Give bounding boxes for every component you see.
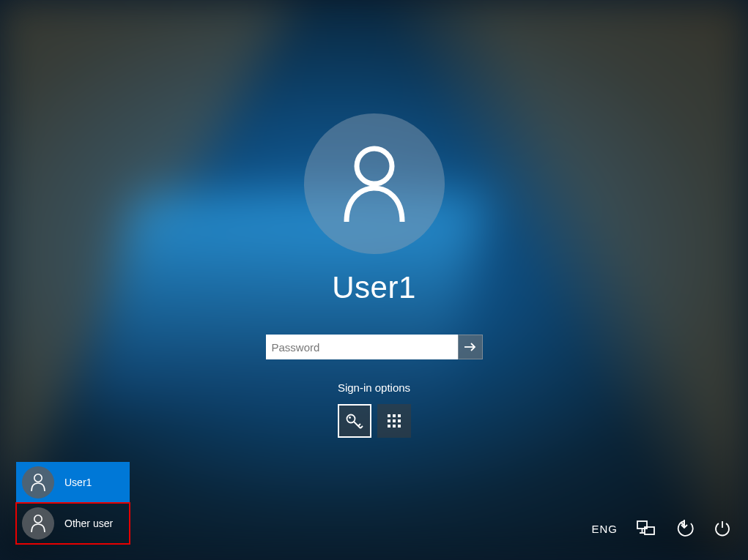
submit-button[interactable] bbox=[458, 335, 483, 359]
arrow-right-icon bbox=[464, 342, 477, 352]
svg-line-5 bbox=[358, 424, 360, 426]
svg-rect-15 bbox=[398, 425, 401, 428]
network-icon bbox=[636, 520, 656, 537]
signin-options-label: Sign-in options bbox=[338, 381, 410, 394]
user-list-item-user1[interactable]: User1 bbox=[16, 462, 130, 503]
svg-rect-7 bbox=[388, 414, 390, 417]
user-list-item-label: Other user bbox=[64, 518, 113, 529]
user-icon bbox=[30, 514, 46, 533]
svg-point-16 bbox=[34, 474, 42, 482]
keypad-icon bbox=[385, 412, 403, 430]
language-indicator[interactable]: ENG bbox=[591, 523, 618, 535]
svg-point-3 bbox=[349, 417, 351, 419]
svg-point-0 bbox=[357, 149, 392, 184]
key-icon bbox=[344, 411, 365, 431]
svg-rect-9 bbox=[398, 414, 401, 417]
svg-rect-8 bbox=[393, 414, 396, 417]
ease-of-access-icon bbox=[675, 519, 694, 538]
username-display: User1 bbox=[332, 270, 416, 305]
svg-point-17 bbox=[34, 515, 42, 523]
network-button[interactable] bbox=[637, 519, 656, 538]
user-list: User1 Other user bbox=[16, 462, 130, 544]
user-list-item-other-user[interactable]: Other user bbox=[16, 503, 130, 544]
svg-point-2 bbox=[347, 415, 355, 423]
user-icon bbox=[30, 473, 46, 492]
svg-rect-14 bbox=[393, 425, 396, 428]
user-list-item-label: User1 bbox=[64, 477, 92, 488]
svg-rect-11 bbox=[393, 419, 396, 422]
avatar bbox=[304, 113, 445, 254]
power-button[interactable] bbox=[713, 519, 732, 538]
svg-line-6 bbox=[360, 426, 363, 428]
signin-option-pin[interactable] bbox=[377, 404, 411, 438]
svg-rect-13 bbox=[388, 425, 390, 428]
svg-rect-12 bbox=[398, 419, 401, 422]
power-icon bbox=[714, 520, 731, 537]
signin-option-password[interactable] bbox=[338, 404, 371, 438]
ease-of-access-button[interactable] bbox=[675, 519, 694, 538]
user-icon bbox=[339, 144, 410, 223]
password-input[interactable] bbox=[266, 335, 458, 359]
svg-rect-10 bbox=[388, 419, 390, 422]
